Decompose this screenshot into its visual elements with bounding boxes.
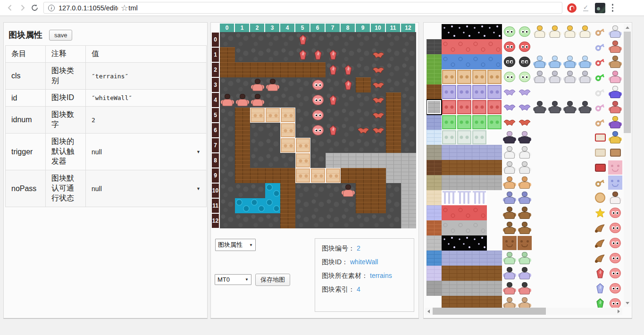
address-bar[interactable]: i 127.0.0.1:1055/editor.html ☆ — [43, 2, 562, 14]
map-tile[interactable] — [295, 168, 310, 183]
map-tile[interactable] — [250, 138, 265, 153]
tileset-cell[interactable] — [593, 100, 608, 115]
tileset-cell[interactable] — [547, 251, 562, 266]
map-tile[interactable] — [310, 183, 326, 198]
tileset-cell[interactable] — [472, 100, 487, 115]
map-tile[interactable] — [310, 32, 326, 47]
tileset-cell[interactable] — [608, 220, 623, 235]
profile-avatar[interactable] — [595, 3, 605, 13]
tileset-cell[interactable] — [532, 205, 547, 220]
tileset-cell[interactable] — [487, 205, 502, 220]
tileset-cell[interactable] — [608, 84, 623, 100]
map-tile[interactable] — [265, 92, 280, 108]
map-tile[interactable] — [250, 213, 265, 228]
reload-icon[interactable] — [28, 2, 41, 14]
tileset-cell[interactable] — [502, 84, 517, 100]
tileset-cell[interactable] — [427, 145, 442, 160]
menu-icon[interactable] — [612, 4, 614, 12]
map-tile[interactable] — [295, 108, 310, 123]
tileset-cell[interactable] — [577, 54, 593, 69]
map-tile[interactable] — [386, 32, 401, 47]
scroll-left-icon[interactable] — [425, 308, 432, 315]
tileset-cell[interactable] — [472, 54, 487, 69]
tileset-cell[interactable] — [457, 100, 472, 115]
tileset-cell[interactable] — [608, 130, 623, 145]
map-tile[interactable] — [280, 92, 295, 108]
tileset-cell[interactable] — [532, 281, 547, 296]
map-tile[interactable] — [265, 213, 280, 228]
map-tile[interactable] — [295, 92, 310, 108]
map-tile[interactable] — [250, 92, 265, 108]
map-tile[interactable] — [326, 168, 341, 183]
tileset-cell[interactable] — [472, 175, 487, 190]
tileset-cell[interactable] — [442, 296, 457, 308]
save-map-button[interactable]: 保存地图 — [255, 274, 290, 286]
map-tile[interactable] — [401, 32, 416, 47]
tileset-cell[interactable] — [608, 160, 623, 175]
tileset-cell[interactable] — [427, 220, 442, 235]
tileset-cell[interactable] — [442, 190, 457, 205]
tileset-cell[interactable] — [472, 130, 487, 145]
tileset-cell[interactable] — [427, 281, 442, 296]
tileset-cell[interactable] — [457, 266, 472, 281]
map-tile[interactable] — [235, 153, 250, 168]
tileset-cell[interactable] — [442, 24, 457, 39]
map-tile[interactable] — [310, 213, 326, 228]
tileset-cell[interactable] — [547, 130, 562, 145]
tileset-cell[interactable] — [427, 235, 442, 251]
tileset-cell[interactable] — [517, 190, 532, 205]
map-tile[interactable] — [250, 77, 265, 92]
map-tile[interactable] — [371, 183, 386, 198]
tileset-cell[interactable] — [487, 220, 502, 235]
tileset-cell[interactable] — [487, 266, 502, 281]
tileset-cell[interactable] — [608, 24, 623, 39]
tileset-cell[interactable] — [502, 160, 517, 175]
tileset-cell[interactable] — [442, 100, 457, 115]
map-tile[interactable] — [386, 168, 401, 183]
tileset-cell[interactable] — [487, 130, 502, 145]
tileset-cell[interactable] — [547, 145, 562, 160]
tileset-cell[interactable] — [547, 84, 562, 100]
tileset-cell[interactable] — [593, 266, 608, 281]
tileset-cell[interactable] — [593, 205, 608, 220]
tileset-cell[interactable] — [457, 130, 472, 145]
tileset-cell[interactable] — [472, 84, 487, 100]
tileset-cell[interactable] — [487, 175, 502, 190]
tileset-cell[interactable] — [562, 24, 577, 39]
map-tile[interactable] — [371, 198, 386, 213]
tileset-cell[interactable] — [562, 130, 577, 145]
tileset-cell[interactable] — [547, 220, 562, 235]
tileset-cell[interactable] — [517, 220, 532, 235]
map-tile[interactable] — [220, 138, 235, 153]
map-tile[interactable] — [235, 62, 250, 77]
tileset-cell[interactable] — [457, 160, 472, 175]
tileset-cell[interactable] — [457, 205, 472, 220]
map-tile[interactable] — [220, 47, 235, 62]
tileset-cell[interactable] — [593, 160, 608, 175]
map-tile[interactable] — [220, 62, 235, 77]
tileset-cell[interactable] — [472, 296, 487, 308]
map-tile[interactable] — [310, 198, 326, 213]
tileset-cell[interactable] — [547, 100, 562, 115]
tileset-cell[interactable] — [502, 39, 517, 54]
tileset-cell[interactable] — [517, 160, 532, 175]
map-tile[interactable] — [220, 198, 235, 213]
tileset-cell[interactable] — [547, 160, 562, 175]
map-tile[interactable] — [341, 108, 356, 123]
tileset-cell[interactable] — [487, 145, 502, 160]
tileset-cell[interactable] — [532, 160, 547, 175]
tileset-cell[interactable] — [593, 54, 608, 69]
tileset-cell[interactable] — [577, 175, 593, 190]
tileset-cell[interactable] — [577, 220, 593, 235]
map-tile[interactable] — [310, 108, 326, 123]
map-tile[interactable] — [265, 198, 280, 213]
map-tile[interactable] — [356, 47, 371, 62]
map-tile[interactable] — [220, 153, 235, 168]
map-tile[interactable] — [341, 92, 356, 108]
map-tile[interactable] — [310, 138, 326, 153]
map-tile[interactable] — [386, 62, 401, 77]
tileset-cell[interactable] — [562, 266, 577, 281]
tileset-cell[interactable] — [457, 251, 472, 266]
tileset-cell[interactable] — [427, 130, 442, 145]
tileset-cell[interactable] — [532, 39, 547, 54]
